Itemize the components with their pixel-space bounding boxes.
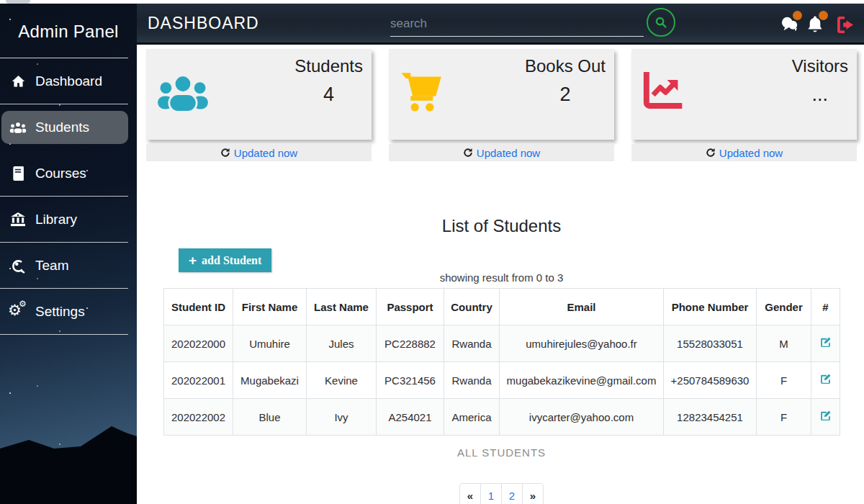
- headset-icon: [9, 258, 27, 274]
- updated-link[interactable]: Updated now: [719, 147, 783, 159]
- cell-email: umuhirejules@yahoo.fr: [500, 325, 664, 362]
- pagination-page-1[interactable]: 1: [480, 483, 502, 504]
- stat-card-books-out: Books Out 2: [389, 49, 614, 140]
- sidebar-item-label: Team: [35, 258, 68, 274]
- cell-last-name: Kevine: [307, 362, 377, 399]
- col-header: Passport: [377, 289, 444, 325]
- cell-gender: F: [757, 362, 811, 399]
- cell-gender: F: [757, 399, 811, 436]
- cell-gender: M: [757, 325, 811, 362]
- add-student-button[interactable]: + add Student: [179, 248, 271, 272]
- search-input[interactable]: [390, 11, 644, 37]
- sidebar-item-label: Settings: [35, 304, 85, 320]
- sidebar-item-label: Students: [35, 120, 89, 135]
- cell-passport: PC228882: [377, 325, 444, 362]
- table-row: 202022001 Mugabekazi Kevine PC321456 Rwa…: [164, 362, 840, 399]
- refresh-icon: [706, 148, 716, 158]
- cart-icon: [400, 69, 446, 117]
- pagination-page-2[interactable]: 2: [501, 483, 523, 504]
- pen-square-icon[interactable]: [819, 336, 832, 348]
- search-button[interactable]: [647, 8, 675, 37]
- pen-square-icon[interactable]: [819, 410, 832, 422]
- refresh-icon: [220, 148, 230, 158]
- sidebar-title: Admin Panel: [0, 4, 137, 49]
- sidebar-item-label: Courses: [35, 166, 86, 181]
- stat-footer-visitors: Updated now: [631, 144, 857, 161]
- sidebar-item-students[interactable]: Students: [0, 104, 137, 150]
- updated-link[interactable]: Updated now: [234, 147, 297, 159]
- col-header: #: [811, 289, 840, 325]
- cell-phone: 15528033051: [664, 325, 757, 362]
- cell-student-id: 202022000: [164, 325, 233, 362]
- search-icon: [654, 15, 668, 30]
- list-of-students-heading: List of Students: [146, 216, 857, 236]
- col-header: Email: [500, 289, 664, 325]
- sidebar-item-dashboard[interactable]: Dashboard: [0, 58, 137, 104]
- pen-square-icon[interactable]: [819, 373, 832, 385]
- chart-line-icon: [642, 72, 683, 112]
- topbar: DASHBOARD: [137, 4, 864, 45]
- stat-label: Books Out: [525, 56, 606, 76]
- students-table: Student ID First Name Last Name Passport…: [163, 288, 840, 436]
- sidebar-item-team[interactable]: Team: [0, 243, 137, 289]
- sidebar-item-settings[interactable]: ⚙⚙ Settings: [0, 289, 137, 335]
- cell-first-name: Blue: [233, 399, 307, 436]
- gears-icon: ⚙⚙: [9, 304, 27, 320]
- updated-link[interactable]: Updated now: [477, 147, 540, 159]
- book-icon: [9, 166, 27, 181]
- browser-tab-remnant: [6, 0, 30, 4]
- table-row: 202022002 Blue Ivy A254021 America ivyca…: [164, 399, 840, 436]
- bank-icon: [9, 212, 27, 228]
- sidebar-nav: Dashboard Students: [0, 58, 137, 335]
- cell-student-id: 202022002: [164, 399, 233, 436]
- stat-label: Visitors: [792, 56, 848, 76]
- cell-email: ivycarter@yahoo.com: [500, 399, 664, 436]
- sidebar-item-library[interactable]: Library: [0, 197, 137, 243]
- pagination-next[interactable]: »: [522, 483, 544, 504]
- stat-footer-books-out: Updated now: [389, 144, 614, 161]
- cell-email: mugabekazikevine@gmail.com: [500, 362, 664, 399]
- stat-value: ...: [812, 84, 829, 106]
- sidebar-item-label: Library: [35, 212, 77, 228]
- cell-last-name: Jules: [307, 325, 377, 362]
- plus-icon: +: [189, 253, 197, 267]
- sidebar: Admin Panel Dashboard: [0, 4, 137, 504]
- cell-first-name: Mugabekazi: [233, 362, 307, 399]
- chat-icon[interactable]: [780, 15, 799, 34]
- mountain-silhouette: [0, 385, 137, 504]
- home-icon: [9, 73, 27, 89]
- stat-card-visitors: Visitors ...: [631, 49, 857, 140]
- logout-icon[interactable]: [837, 17, 855, 35]
- sidebar-item-courses[interactable]: Courses: [0, 150, 137, 197]
- cell-first-name: Umuhire: [233, 325, 307, 362]
- pagination-prev[interactable]: «: [459, 483, 481, 504]
- bell-icon[interactable]: [806, 15, 825, 34]
- stat-value: 2: [559, 84, 570, 106]
- cell-country: Rwanda: [444, 362, 500, 399]
- table-row: 202022000 Umuhire Jules PC228882 Rwanda …: [164, 325, 840, 362]
- col-header: Country: [444, 289, 500, 325]
- cell-country: Rwanda: [444, 325, 500, 362]
- cell-last-name: Ivy: [307, 399, 377, 436]
- cell-country: America: [444, 399, 500, 436]
- cell-phone: +250784589630: [664, 362, 757, 399]
- refresh-icon: [463, 148, 473, 158]
- page-title: DASHBOARD: [148, 14, 259, 33]
- cell-passport: A254021: [377, 399, 444, 436]
- users-icon: [9, 120, 27, 135]
- pagination: « 1 2 »: [146, 483, 857, 504]
- cell-passport: PC321456: [377, 362, 444, 399]
- users-icon: [157, 73, 209, 117]
- stat-label: Students: [294, 56, 363, 76]
- stat-value: 4: [323, 84, 334, 106]
- col-header: Phone Number: [664, 289, 757, 325]
- sidebar-item-label: Dashboard: [35, 73, 102, 89]
- table-header-row: Student ID First Name Last Name Passport…: [164, 289, 840, 325]
- col-header: Gender: [757, 289, 811, 325]
- cell-student-id: 202022001: [164, 362, 233, 399]
- browser-edge: [0, 0, 864, 4]
- col-header: First Name: [233, 289, 307, 325]
- bell-badge: [819, 11, 828, 20]
- col-header: Last Name: [307, 289, 377, 325]
- cell-phone: 12823454251: [664, 399, 757, 436]
